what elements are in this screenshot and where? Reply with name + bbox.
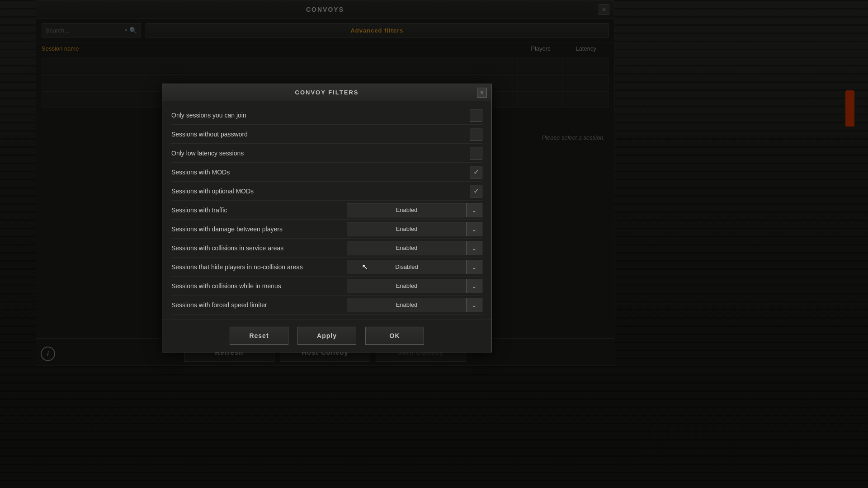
filter-checkbox-only-join[interactable] bbox=[470, 109, 482, 122]
ok-button[interactable]: OK bbox=[365, 327, 424, 345]
filter-label-speed-limiter: Sessions with forced speed limiter bbox=[171, 301, 347, 309]
filter-label-traffic: Sessions with traffic bbox=[171, 206, 347, 214]
filters-footer: Reset Apply OK bbox=[162, 319, 491, 352]
filters-modal-title: CONVOY FILTERS bbox=[295, 89, 359, 96]
filter-dropdown-damage[interactable]: Enabled⌄ bbox=[347, 222, 482, 236]
filter-row-optional-mods: Sessions with optional MODs✓ bbox=[171, 182, 482, 201]
filter-checkbox-low-latency[interactable] bbox=[470, 147, 482, 160]
filter-dropdown-arrow-collision-menus[interactable]: ⌄ bbox=[466, 279, 482, 293]
filter-dropdown-arrow-hide-players[interactable]: ⌄ bbox=[466, 260, 482, 274]
filter-row-traffic: Sessions with trafficEnabled⌄ bbox=[171, 201, 482, 220]
filter-label-hide-players: Sessions that hide players in no-collisi… bbox=[171, 263, 347, 271]
filter-row-low-latency: Only low latency sessions bbox=[171, 144, 482, 163]
filter-dropdown-arrow-traffic[interactable]: ⌄ bbox=[466, 203, 482, 217]
filter-checkbox-no-password[interactable] bbox=[470, 128, 482, 141]
filter-dropdown-value-collision-service: Enabled bbox=[347, 241, 466, 255]
filter-dropdown-speed-limiter[interactable]: Enabled⌄ bbox=[347, 298, 482, 312]
filter-checkbox-with-mods[interactable]: ✓ bbox=[470, 166, 482, 178]
filter-row-only-join: Only sessions you can join bbox=[171, 106, 482, 125]
convoy-filters-modal: CONVOY FILTERS × Only sessions you can j… bbox=[162, 84, 492, 352]
filter-dropdown-traffic[interactable]: Enabled⌄ bbox=[347, 203, 482, 217]
filter-dropdown-collision-menus[interactable]: Enabled⌄ bbox=[347, 279, 482, 293]
filter-label-no-password: Sessions without password bbox=[171, 131, 470, 138]
filter-dropdown-value-traffic: Enabled bbox=[347, 203, 466, 217]
filter-dropdown-collision-service[interactable]: Enabled⌄ bbox=[347, 241, 482, 255]
filter-dropdown-value-damage: Enabled bbox=[347, 222, 466, 236]
filter-row-collision-service: Sessions with collisions in service area… bbox=[171, 239, 482, 258]
filter-row-no-password: Sessions without password bbox=[171, 125, 482, 144]
filters-titlebar: CONVOY FILTERS × bbox=[162, 84, 491, 101]
filter-label-collision-service: Sessions with collisions in service area… bbox=[171, 244, 347, 252]
filter-checkbox-optional-mods[interactable]: ✓ bbox=[470, 185, 482, 197]
filter-label-optional-mods: Sessions with optional MODs bbox=[171, 188, 470, 195]
filter-row-damage: Sessions with damage between playersEnab… bbox=[171, 220, 482, 239]
filter-row-speed-limiter: Sessions with forced speed limiterEnable… bbox=[171, 296, 482, 314]
reset-button[interactable]: Reset bbox=[230, 327, 288, 345]
filter-label-low-latency: Only low latency sessions bbox=[171, 150, 470, 157]
filter-dropdown-arrow-speed-limiter[interactable]: ⌄ bbox=[466, 298, 482, 312]
filter-dropdown-value-speed-limiter: Enabled bbox=[347, 298, 466, 312]
filter-row-collision-menus: Sessions with collisions while in menusE… bbox=[171, 277, 482, 296]
filter-dropdown-arrow-collision-service[interactable]: ⌄ bbox=[466, 241, 482, 255]
apply-button[interactable]: Apply bbox=[297, 327, 356, 345]
filter-dropdown-value-collision-menus: Enabled bbox=[347, 279, 466, 293]
filter-row-with-mods: Sessions with MODs✓ bbox=[171, 163, 482, 182]
filter-dropdown-hide-players[interactable]: Disabled⌄ bbox=[347, 260, 482, 274]
filters-body: Only sessions you can joinSessions witho… bbox=[162, 101, 491, 319]
filter-label-only-join: Only sessions you can join bbox=[171, 112, 470, 119]
filter-label-damage: Sessions with damage between players bbox=[171, 225, 347, 233]
filter-label-collision-menus: Sessions with collisions while in menus bbox=[171, 282, 347, 290]
filters-close-button[interactable]: × bbox=[477, 88, 487, 98]
filter-dropdown-value-hide-players: Disabled bbox=[347, 260, 466, 274]
filter-dropdown-arrow-damage[interactable]: ⌄ bbox=[466, 222, 482, 236]
filter-label-with-mods: Sessions with MODs bbox=[171, 169, 470, 176]
filter-row-hide-players: Sessions that hide players in no-collisi… bbox=[171, 258, 482, 277]
